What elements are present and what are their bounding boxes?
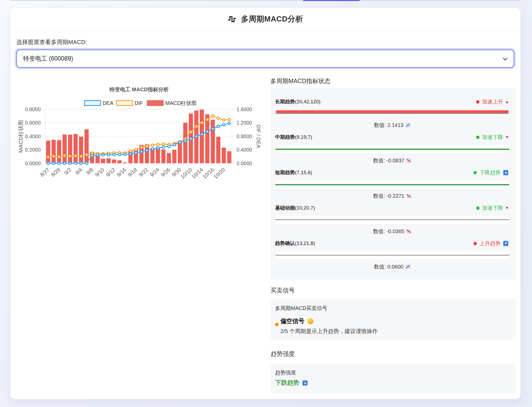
svg-text:0.6000: 0.6000 bbox=[25, 120, 41, 126]
svg-text:特变电工 MACD指标分析: 特变电工 MACD指标分析 bbox=[109, 87, 169, 92]
svg-text:8/29: 8/29 bbox=[50, 167, 61, 178]
svg-text:0.8000: 0.8000 bbox=[25, 106, 41, 112]
svg-text:DIF / DEA: DIF / DEA bbox=[256, 125, 261, 148]
svg-text:8/27: 8/27 bbox=[39, 167, 51, 178]
svg-text:10/20: 10/20 bbox=[212, 167, 226, 180]
svg-text:9/22: 9/22 bbox=[138, 167, 149, 178]
svg-text:9/24: 9/24 bbox=[149, 167, 160, 178]
svg-text:0.0000: 0.0000 bbox=[25, 160, 41, 166]
svg-text:10/10: 10/10 bbox=[180, 167, 193, 180]
svg-text:DEA: DEA bbox=[103, 100, 114, 106]
svg-text:0.4000: 0.4000 bbox=[236, 147, 252, 153]
svg-text:1.6000: 1.6000 bbox=[236, 106, 252, 112]
svg-text:0.8000: 0.8000 bbox=[236, 133, 252, 139]
svg-text:10/14: 10/14 bbox=[191, 167, 204, 180]
svg-text:0.2000: 0.2000 bbox=[25, 147, 41, 153]
svg-text:DIF: DIF bbox=[135, 100, 143, 106]
svg-text:MACD柱状图: MACD柱状图 bbox=[165, 100, 197, 106]
svg-text:10/16: 10/16 bbox=[202, 167, 215, 180]
svg-text:0.0000: 0.0000 bbox=[236, 160, 252, 166]
svg-text:9/16: 9/16 bbox=[116, 167, 127, 178]
svg-text:9/26: 9/26 bbox=[160, 167, 171, 178]
svg-text:9/18: 9/18 bbox=[127, 167, 138, 178]
svg-text:9/10: 9/10 bbox=[94, 167, 106, 178]
svg-text:MACD柱状图: MACD柱状图 bbox=[18, 120, 24, 153]
svg-text:9/8: 9/8 bbox=[85, 167, 94, 176]
svg-text:9/2: 9/2 bbox=[63, 167, 72, 176]
svg-text:9/12: 9/12 bbox=[105, 167, 116, 178]
svg-text:9/4: 9/4 bbox=[74, 167, 83, 176]
svg-text:0.4000: 0.4000 bbox=[25, 133, 41, 139]
svg-text:1.2000: 1.2000 bbox=[236, 120, 252, 126]
